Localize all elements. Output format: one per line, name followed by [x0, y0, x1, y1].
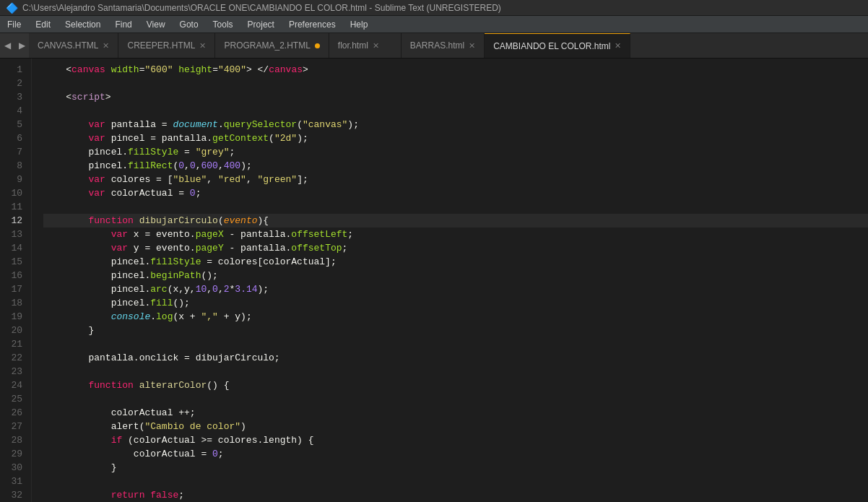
tab-flor-html[interactable]: flor.html ✕ [329, 33, 402, 58]
tab-programa2-html-label: PROGRAMA_2.HTML [224, 40, 310, 51]
ln-12: 12 [6, 214, 22, 228]
ln-8: 8 [6, 159, 22, 173]
ln-32: 32 [6, 488, 22, 502]
code-line-29: colorActual = 0; [43, 447, 868, 461]
ln-16: 16 [6, 269, 22, 282]
code-line-31 [43, 475, 868, 488]
line-numbers: 1 2 3 4 5 6 7 8 9 10 11 12 13 14 15 16 1… [0, 59, 32, 502]
ln-20: 20 [6, 324, 22, 337]
menu-file[interactable]: File [0, 16, 28, 33]
menu-goto[interactable]: Goto [173, 16, 206, 33]
code-area[interactable]: <canvas width="600" height="400"> </canv… [32, 59, 868, 502]
title-text: C:\Users\Alejandro Santamaria\Documents\… [22, 3, 501, 13]
tab-creeper-html[interactable]: CREEPER.HTML ✕ [118, 33, 215, 58]
code-line-24: function alterarColor() { [43, 378, 868, 392]
app-icon: 🔷 [6, 2, 18, 14]
editor: 1 2 3 4 5 6 7 8 9 10 11 12 13 14 15 16 1… [0, 59, 868, 502]
tab-prev-button[interactable]: ◀ [0, 33, 14, 58]
tab-cambiando-html-label: CAMBIANDO EL COLOR.html [493, 41, 610, 51]
tab-programa2-html-dot [315, 43, 320, 48]
code-line-4 [43, 104, 868, 118]
code-line-27: alert("Cambio de color") [43, 420, 868, 433]
code-line-19: console.log(x + "," + y); [43, 310, 868, 324]
code-line-8: pincel.fillRect(0,0,600,400); [43, 159, 868, 173]
tab-bar: ◀ ▶ CANVAS.HTML ✕ CREEPER.HTML ✕ PROGRAM… [0, 33, 868, 59]
ln-13: 13 [6, 228, 22, 241]
code-line-22: pantalla.onclick = dibujarCirculo; [43, 351, 868, 365]
ln-28: 28 [6, 433, 22, 447]
ln-25: 25 [6, 392, 22, 406]
ln-17: 17 [6, 282, 22, 296]
code-line-14: var y = evento.pageY - pantalla.offsetTo… [43, 241, 868, 255]
code-line-10: var colorActual = 0; [43, 186, 868, 200]
tab-barras-html[interactable]: BARRAS.html ✕ [402, 33, 485, 58]
ln-5: 5 [6, 118, 22, 131]
title-bar: 🔷 C:\Users\Alejandro Santamaria\Document… [0, 0, 868, 16]
ln-4: 4 [6, 104, 22, 118]
code-line-13: var x = evento.pageX - pantalla.offsetLe… [43, 228, 868, 241]
code-line-15: pincel.fillStyle = colores[colorActual]; [43, 255, 868, 269]
ln-1: 1 [6, 63, 22, 77]
code-line-3: <script> [43, 90, 868, 104]
code-line-23 [43, 365, 868, 378]
ln-30: 30 [6, 461, 22, 475]
ln-14: 14 [6, 241, 22, 255]
tab-cambiando-html[interactable]: CAMBIANDO EL COLOR.html ✕ [485, 33, 630, 58]
code-line-7: pincel.fillStyle = "grey"; [43, 145, 868, 159]
ln-21: 21 [6, 337, 22, 351]
tab-flor-html-label: flor.html [338, 40, 368, 51]
ln-15: 15 [6, 255, 22, 269]
code-line-32: return false; [43, 488, 868, 502]
ln-29: 29 [6, 447, 22, 461]
menu-bar: File Edit Selection Find View Goto Tools… [0, 16, 868, 33]
ln-2: 2 [6, 77, 22, 90]
tab-programa2-html[interactable]: PROGRAMA_2.HTML [215, 33, 329, 58]
code-line-1: <canvas width="600" height="400"> </canv… [43, 63, 868, 77]
ln-3: 3 [6, 90, 22, 104]
tab-creeper-html-close[interactable]: ✕ [199, 41, 206, 51]
ln-27: 27 [6, 420, 22, 433]
code-line-11 [43, 200, 868, 214]
code-line-16: pincel.beginPath(); [43, 269, 868, 282]
tab-flor-html-close[interactable]: ✕ [373, 41, 379, 51]
menu-view[interactable]: View [139, 16, 173, 33]
ln-22: 22 [6, 351, 22, 365]
tab-next-button[interactable]: ▶ [14, 33, 29, 58]
ln-9: 9 [6, 173, 22, 186]
ln-18: 18 [6, 296, 22, 310]
code-line-6: var pincel = pantalla.getContext("2d"); [43, 131, 868, 145]
tab-canvas-html-close[interactable]: ✕ [103, 41, 109, 51]
menu-project[interactable]: Project [240, 16, 282, 33]
code-line-28: if (colorActual >= colores.length) { [43, 433, 868, 447]
code-line-5: var pantalla = document.querySelector("c… [43, 118, 868, 131]
ln-19: 19 [6, 310, 22, 324]
tab-cambiando-html-close[interactable]: ✕ [615, 41, 621, 51]
ln-7: 7 [6, 145, 22, 159]
menu-edit[interactable]: Edit [28, 16, 58, 33]
ln-11: 11 [6, 200, 22, 214]
code-line-30: } [43, 461, 868, 475]
code-line-26: colorActual ++; [43, 406, 868, 420]
ln-6: 6 [6, 131, 22, 145]
code-line-12: function dibujarCirculo(evento){ [43, 214, 868, 228]
tab-canvas-html-label: CANVAS.HTML [38, 40, 98, 51]
code-line-9: var colores = ["blue", "red", "green"]; [43, 173, 868, 186]
tab-barras-html-close[interactable]: ✕ [469, 41, 475, 51]
tab-canvas-html[interactable]: CANVAS.HTML ✕ [29, 33, 118, 58]
ln-23: 23 [6, 365, 22, 378]
ln-10: 10 [6, 186, 22, 200]
tab-creeper-html-label: CREEPER.HTML [127, 40, 195, 51]
ln-24: 24 [6, 378, 22, 392]
code-line-25 [43, 392, 868, 406]
menu-preferences[interactable]: Preferences [282, 16, 343, 33]
tab-barras-html-label: BARRAS.html [410, 40, 464, 51]
menu-find[interactable]: Find [108, 16, 139, 33]
code-line-21 [43, 337, 868, 351]
code-line-17: pincel.arc(x,y,10,0,2*3.14); [43, 282, 868, 296]
code-line-20: } [43, 324, 868, 337]
code-line-2 [43, 77, 868, 90]
ln-31: 31 [6, 475, 22, 488]
menu-help[interactable]: Help [343, 16, 376, 33]
menu-selection[interactable]: Selection [58, 16, 108, 33]
menu-tools[interactable]: Tools [206, 16, 240, 33]
